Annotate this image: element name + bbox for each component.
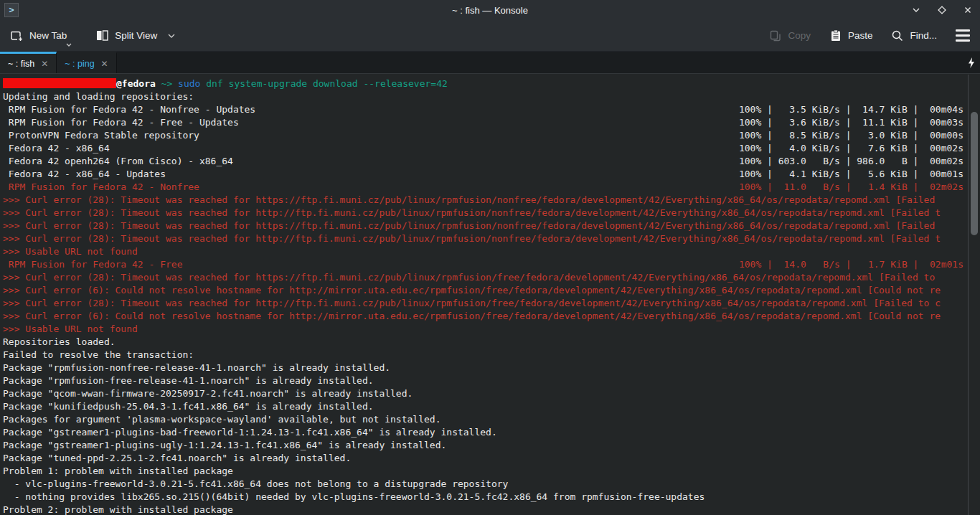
repo-download-stats: 100% | 3.6 KiB/s | 11.1 KiB | 00m03s [739,116,963,129]
terminal-line: >>> Curl error (6): Could not resolve ho… [3,284,968,297]
terminal-line: Package "gstreamer1-plugins-ugly-1:1.24.… [3,439,968,452]
tab-label: ~ : ping [65,59,94,69]
repo-name: Fedora 42 - x86_64 - Updates [3,168,166,181]
prompt-part: sudo [178,78,200,89]
repo-name: RPM Fusion for Fedora 42 - Nonfree - Upd… [3,103,255,116]
copy-icon [769,29,782,42]
minimize-icon[interactable] [910,4,923,16]
repo-name: ProtonVPN Fedora Stable repository [3,129,199,142]
repo-name: RPM Fusion for Fedora 42 - Free [3,258,182,271]
terminal-output[interactable]: @fedora ~> sudo dnf system-upgrade downl… [0,75,968,515]
repo-download-stats: 100% | 4.1 KiB/s | 5.6 KiB | 00m01s [739,168,963,181]
terminal-line: Package "tuned-ppd-2.25.1-2.fc41.noarch"… [3,452,968,465]
paste-icon [829,29,842,42]
terminal-line: >>> Curl error (28): Timeout was reached… [3,232,968,245]
konsole-window: > ~ : fish — Konsole New Tab [0,0,980,515]
repo-name: Fedora 42 - x86_64 [3,142,110,155]
titlebar[interactable]: > ~ : fish — Konsole [0,0,980,20]
prompt-part: ~> [156,78,178,89]
terminal-area[interactable]: @fedora ~> sudo dnf system-upgrade downl… [0,75,980,515]
scrollbar-thumb[interactable] [971,112,978,235]
new-tab-icon [10,29,24,42]
terminal-line: >>> Curl error (28): Timeout was reached… [3,297,968,310]
terminal-line: RPM Fusion for Fedora 42 - Nonfree - Upd… [3,103,968,116]
terminal-line: Package "kunifiedpush-25.04.3-1.fc41.x86… [3,400,968,413]
terminal-line: RPM Fusion for Fedora 42 - Free100% | 14… [3,258,968,271]
menu-button[interactable] [956,29,970,42]
terminal-line: Problem 1: problem with installed packag… [3,465,968,478]
search-icon [891,29,904,42]
split-view-icon [95,29,109,42]
redacted-username [3,78,116,88]
tab--ping[interactable]: ~ : ping✕ [57,52,116,73]
lightning-bolt-icon[interactable] [968,52,980,73]
repo-download-stats: 100% | 4.0 KiB/s | 7.6 KiB | 00m02s [739,142,963,155]
find-label: Find... [910,30,937,41]
terminal-scrollbar[interactable] [968,75,980,515]
tab-close-icon[interactable]: ✕ [101,60,108,68]
maximize-icon[interactable] [936,4,948,16]
copy-label: Copy [788,30,811,41]
terminal-line: @fedora ~> sudo dnf system-upgrade downl… [3,77,968,90]
terminal-line: Package "rpmfusion-free-release-41-1.noa… [3,374,968,387]
terminal-line: Package "rpmfusion-nonfree-release-41-1.… [3,362,968,374]
toolbar: New Tab Split View Copy [0,20,980,52]
repo-name: RPM Fusion for Fedora 42 - Nonfree [3,181,199,194]
copy-button[interactable]: Copy [769,29,811,42]
repo-name: Fedora 42 openh264 (From Cisco) - x86_64 [3,155,233,168]
terminal-line: Fedora 42 openh264 (From Cisco) - x86_64… [3,155,968,168]
split-view-button[interactable]: Split View [95,29,176,42]
terminal-line: Package "gstreamer1-plugins-bad-freeworl… [3,426,968,439]
repo-name: RPM Fusion for Fedora 42 - Free - Update… [3,116,239,129]
tab-close-icon[interactable]: ✕ [41,60,48,68]
terminal-line: ProtonVPN Fedora Stable repository100% |… [3,129,968,142]
terminal-line: - vlc-plugins-freeworld-3.0.21-5.fc41.x8… [3,478,968,491]
terminal-line: >>> Usable URL not found [3,245,968,258]
repo-download-stats: 100% | 8.5 KiB/s | 3.0 KiB | 00m00s [739,129,963,142]
terminal-line: >>> Curl error (28): Timeout was reached… [3,194,968,207]
repo-download-stats: 100% | 3.5 KiB/s | 14.7 KiB | 00m04s [739,103,963,116]
split-view-label: Split View [115,30,157,41]
terminal-line: RPM Fusion for Fedora 42 - Nonfree100% |… [3,181,968,194]
terminal-line: Fedora 42 - x86_64 - Updates100% | 4.1 K… [3,168,968,181]
paste-label: Paste [848,30,873,41]
paste-button[interactable]: Paste [829,29,873,42]
hamburger-icon [956,29,970,42]
repo-download-stats: 100% | 11.0 B/s | 1.4 KiB | 02m02s [739,181,963,194]
new-tab-label: New Tab [29,30,67,41]
prompt-part: @fedora [116,78,156,89]
terminal-line: Fedora 42 - x86_64100% | 4.0 KiB/s | 7.6… [3,142,968,155]
split-view-chevron-icon [167,33,176,39]
new-tab-button[interactable]: New Tab [10,29,67,42]
close-icon[interactable] [961,4,974,16]
terminal-line: >>> Curl error (6): Could not resolve ho… [3,310,968,323]
terminal-line: Package "qcom-wwan-firmware-20250917-2.f… [3,387,968,400]
terminal-line: Failed to resolve the transaction: [3,349,968,362]
terminal-line: - nothing provides libx265.so.215()(64bi… [3,491,968,504]
terminal-line: >>> Usable URL not found [3,323,968,336]
terminal-line: Problem 2: problem with installed packag… [3,504,968,515]
terminal-line: >>> Curl error (28): Timeout was reached… [3,219,968,232]
repo-download-stats: 100% | 603.0 B/s | 986.0 B | 00m02s [739,155,963,168]
konsole-app-icon[interactable]: > [4,3,19,17]
window-title: ~ : fish — Konsole [0,5,980,16]
terminal-line: Updating and loading repositories: [3,90,968,103]
repo-download-stats: 100% | 14.0 B/s | 1.7 KiB | 02m01s [739,258,963,271]
terminal-line: >>> Curl error (28): Timeout was reached… [3,271,968,284]
tab-bar: ~ : fish✕~ : ping✕ [0,52,980,74]
prompt-part: dnf system-upgrade download --releasever… [200,78,447,89]
find-button[interactable]: Find... [891,29,937,42]
tab-label: ~ : fish [8,59,34,69]
terminal-line: RPM Fusion for Fedora 42 - Free - Update… [3,116,968,129]
new-tab-dropdown-icon[interactable] [65,42,72,47]
terminal-line: >>> Curl error (28): Timeout was reached… [3,207,968,219]
tab-bar-spacer [117,52,968,73]
terminal-line: Packages for argument 'plasma-workspace-… [3,413,968,426]
terminal-line: Repositories loaded. [3,336,968,349]
tab--fish[interactable]: ~ : fish✕ [0,52,57,73]
